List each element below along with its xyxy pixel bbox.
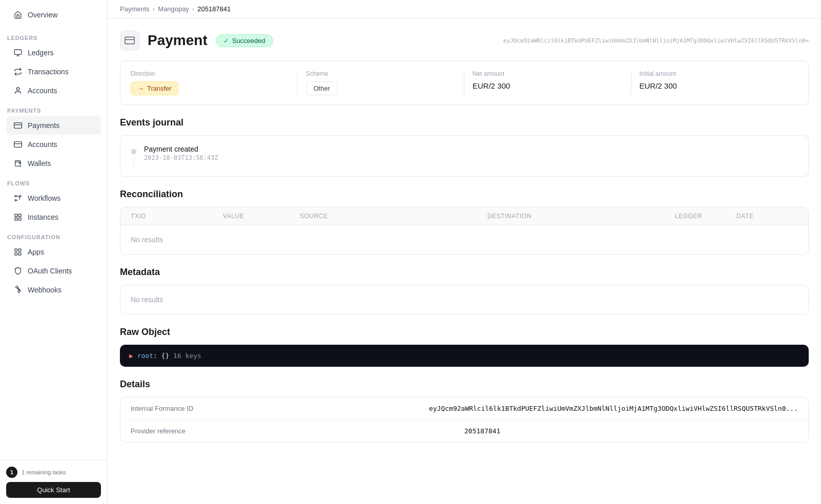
- svg-point-3: [16, 88, 19, 90]
- overview-label: Overview: [28, 11, 57, 19]
- scheme-chip: Other: [306, 81, 338, 95]
- sidebar-item-accounts-ledgers[interactable]: Accounts: [6, 81, 101, 100]
- svg-rect-17: [18, 249, 21, 251]
- sidebar-bottom: 1 1 remaining tasks Quick Start: [0, 460, 107, 504]
- reconciliation-header: Txid Value Source Destination Ledger Dat…: [120, 207, 808, 225]
- col-source: Source: [300, 213, 487, 220]
- account2-icon: [13, 140, 23, 149]
- initial-amount-label: Initial amount: [640, 70, 790, 77]
- svg-rect-19: [18, 253, 21, 255]
- svg-point-9: [15, 196, 16, 197]
- event-row: Payment created 2023-10-03T13:58:43Z: [120, 136, 808, 176]
- quick-start-button[interactable]: Quick Start: [6, 482, 101, 498]
- scheme-label: Scheme: [306, 70, 456, 77]
- sidebar-item-overview[interactable]: Overview: [6, 6, 101, 24]
- net-amount-col: Net amount EUR/2 300: [464, 70, 631, 95]
- details-title: Details: [120, 379, 809, 390]
- sidebar-item-transactions[interactable]: Transactions: [6, 62, 101, 81]
- metadata-card: No results: [120, 285, 809, 314]
- svg-rect-13: [18, 214, 21, 217]
- svg-rect-0: [14, 50, 21, 54]
- accounts-ledgers-label: Accounts: [28, 87, 57, 95]
- scheme-col: Scheme Other: [298, 70, 465, 95]
- sidebar: Overview LEDGERS Ledgers Transactions Ac…: [0, 0, 108, 504]
- payments-section-label: PAYMENTS: [0, 100, 107, 116]
- direction-label: Direction: [131, 70, 289, 77]
- sidebar-item-workflows[interactable]: Workflows: [6, 189, 101, 207]
- sidebar-item-instances[interactable]: Instances: [6, 208, 101, 226]
- breadcrumb-mangopay[interactable]: Mangopay: [158, 5, 189, 13]
- sidebar-item-oauth[interactable]: OAuth Clients: [6, 262, 101, 280]
- transfer-button[interactable]: → Transfer: [131, 81, 178, 95]
- net-amount-label: Net amount: [473, 70, 623, 77]
- col-ledger: Ledger: [675, 213, 736, 220]
- event-dot: [131, 149, 137, 155]
- sidebar-item-webhooks[interactable]: Webhooks: [6, 281, 101, 299]
- arrow-right-icon: →: [137, 85, 144, 92]
- payment-token: eyJQcm92aWRlcil6lk1BTkdPUEFZliwiUmVmZXJl…: [503, 37, 809, 44]
- breadcrumb: Payments › Mangopay › 205187841: [108, 0, 821, 18]
- col-destination: Destination: [487, 213, 675, 220]
- transaction-icon: [13, 67, 23, 76]
- event-info: Payment created 2023-10-03T13:58:43Z: [144, 145, 218, 161]
- sidebar-item-apps[interactable]: Apps: [6, 243, 101, 261]
- svg-rect-4: [14, 123, 22, 129]
- instances-label: Instances: [28, 213, 58, 221]
- sidebar-item-wallets[interactable]: Wallets: [6, 154, 101, 173]
- page-title: Payment: [148, 32, 208, 49]
- transactions-label: Transactions: [28, 68, 69, 76]
- sidebar-item-ledgers[interactable]: Ledgers: [6, 44, 101, 62]
- ledgers-section-label: LEDGERS: [0, 28, 107, 43]
- payment-icon-box: [120, 31, 139, 50]
- status-badge: ✓ Succeeded: [216, 34, 273, 47]
- raw-key: root: [137, 352, 153, 360]
- details-table: Internal Formance ID eyJQcm92aWRlcil6lk1…: [120, 397, 809, 443]
- details-row-id: Internal Formance ID eyJQcm92aWRlcil6lk1…: [120, 397, 808, 420]
- svg-point-8: [19, 163, 21, 164]
- events-journal-card: Payment created 2023-10-03T13:58:43Z: [120, 135, 809, 177]
- reconciliation-no-results: No results: [120, 225, 808, 254]
- task-badge: 1: [6, 467, 17, 478]
- oauth-icon: [13, 266, 23, 276]
- metadata-title: Metadata: [120, 267, 809, 278]
- svg-point-11: [15, 200, 16, 201]
- task-count: 1 1 remaining tasks: [6, 467, 101, 478]
- reconciliation-title: Reconciliation: [120, 189, 809, 200]
- check-icon: ✓: [223, 37, 229, 45]
- wallets-label: Wallets: [28, 159, 51, 167]
- breadcrumb-sep-2: ›: [192, 5, 194, 13]
- workflows-label: Workflows: [28, 194, 60, 202]
- raw-object-card[interactable]: ▶ root: {} 16 keys: [120, 345, 809, 367]
- provider-ref-value: 205187841: [464, 427, 798, 435]
- task-remaining-text: 1 remaining tasks: [22, 469, 66, 475]
- net-amount-value: EUR/2 300: [473, 81, 623, 90]
- webhooks-label: Webhooks: [28, 286, 61, 294]
- col-date: Date: [736, 213, 798, 220]
- ledgers-label: Ledgers: [28, 49, 54, 57]
- sidebar-item-payments[interactable]: Payments: [6, 116, 101, 135]
- payment-header: Payment ✓ Succeeded eyJQcm92aWRlcil6lk1B…: [120, 31, 809, 50]
- flows-section-label: FLOWS: [0, 173, 107, 188]
- breadcrumb-sep-1: ›: [153, 5, 155, 13]
- svg-rect-6: [14, 142, 22, 148]
- sidebar-item-accounts-payments[interactable]: Accounts: [6, 135, 101, 154]
- accounts-payments-label: Accounts: [28, 140, 57, 149]
- internal-id-value: eyJQcm92aWRlcil6lk1BTkdPUEFZliwiUmVmZXJl…: [429, 405, 798, 412]
- raw-brace: : {}: [153, 352, 173, 360]
- col-txid: Txid: [131, 213, 223, 220]
- info-card: Direction → Transfer Scheme Other Net am…: [120, 60, 809, 105]
- svg-rect-18: [15, 253, 17, 255]
- details-row-provider: Provider reference 205187841: [120, 420, 808, 442]
- apps-label: Apps: [28, 248, 44, 256]
- svg-rect-20: [125, 37, 134, 44]
- raw-object-title: Raw Object: [120, 327, 809, 338]
- breadcrumb-payments[interactable]: Payments: [120, 5, 150, 13]
- svg-rect-14: [15, 218, 17, 220]
- provider-ref-label: Provider reference: [131, 427, 464, 435]
- main-content: Payments › Mangopay › 205187841 Payment …: [108, 0, 821, 504]
- breadcrumb-id: 205187841: [197, 5, 231, 13]
- raw-expand-icon[interactable]: ▶: [129, 352, 137, 360]
- svg-rect-12: [15, 214, 17, 217]
- instance-icon: [13, 213, 23, 222]
- payment-icon: [13, 121, 23, 130]
